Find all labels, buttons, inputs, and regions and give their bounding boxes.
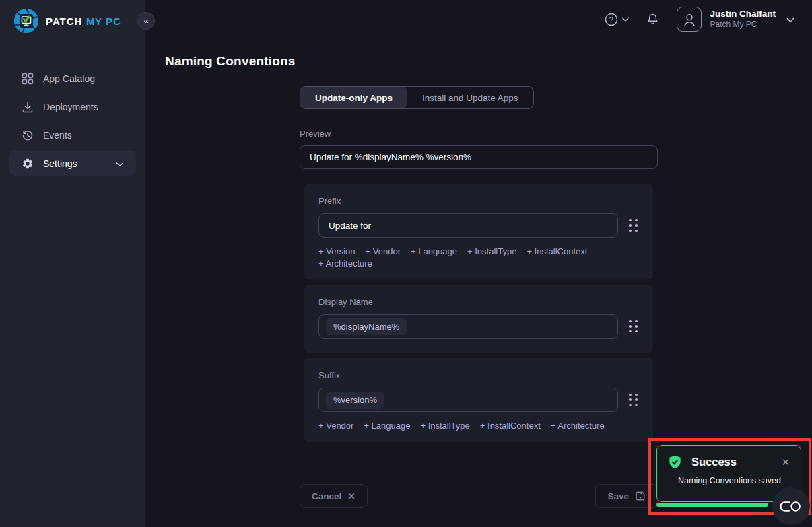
prefix-token-links: + Version + Vendor + Language + InstallT…: [318, 246, 639, 269]
sidebar-item-app-catalog[interactable]: App Catalog: [0, 65, 145, 93]
cancel-button[interactable]: Cancel ✕: [300, 484, 368, 508]
suffix-input[interactable]: %version%: [318, 388, 618, 412]
sidebar-item-deployments[interactable]: Deployments: [0, 93, 145, 121]
add-vendor-link[interactable]: + Vendor: [318, 421, 353, 431]
save-label: Save: [607, 491, 629, 501]
save-icon: [635, 491, 646, 501]
suffix-token-links: + Vendor + Language + InstallType + Inst…: [318, 421, 639, 431]
display-name-label: Display Name: [318, 297, 639, 307]
chevron-down-icon: [116, 158, 124, 169]
sidebar-item-label: Deployments: [43, 102, 98, 112]
tab-group: Update-only Apps Install and Update Apps: [300, 86, 534, 109]
sidebar-item-label: Events: [43, 130, 72, 141]
sidebar-nav: App Catalog Deployments Events Settings: [0, 65, 145, 176]
toast-title: Success: [691, 456, 737, 468]
tab-update-only-apps[interactable]: Update-only Apps: [300, 87, 407, 108]
sidebar-item-label: App Catalog: [43, 73, 95, 84]
close-icon[interactable]: ✕: [779, 456, 792, 468]
display-name-chip[interactable]: %displayName%: [326, 318, 407, 335]
toast-message: Naming Conventions saved: [667, 476, 792, 485]
page-title: Naming Conventions: [165, 54, 812, 69]
suffix-label: Suffix: [318, 370, 639, 380]
add-architecture-link[interactable]: + Architecture: [318, 258, 372, 269]
add-language-link[interactable]: + Language: [364, 421, 410, 431]
add-architecture-link[interactable]: + Architecture: [551, 421, 605, 431]
history-icon: [22, 129, 34, 141]
suffix-card: Suffix %version% + Vendor + Language + I…: [304, 358, 653, 442]
display-name-input[interactable]: %displayName%: [318, 314, 618, 339]
brand-logo[interactable]: PATCH MY PC: [0, 0, 145, 34]
add-installcontext-link[interactable]: + InstallContext: [480, 421, 541, 431]
add-version-link[interactable]: + Version: [318, 246, 356, 256]
drag-handle-icon[interactable]: [628, 218, 639, 234]
brand-wordmark: PATCH MY PC: [46, 15, 121, 27]
drag-handle-icon[interactable]: [628, 392, 639, 408]
add-vendor-link[interactable]: + Vendor: [366, 246, 401, 256]
prefix-card: Prefix Update for + Version + Vendor + L…: [304, 184, 653, 279]
drag-handle-icon[interactable]: [628, 319, 639, 335]
cancel-label: Cancel: [312, 491, 341, 501]
prefix-label: Prefix: [318, 196, 639, 206]
add-installtype-link[interactable]: + InstallType: [467, 246, 516, 256]
link-icon: [780, 501, 802, 512]
prefix-input[interactable]: Update for: [318, 213, 618, 238]
gear-icon: [22, 157, 34, 170]
footer-divider: [300, 464, 658, 464]
close-icon: ✕: [347, 491, 355, 501]
collapse-sidebar-button[interactable]: «: [137, 12, 155, 30]
preview-label: Preview: [300, 129, 658, 139]
shield-check-icon: [667, 454, 683, 470]
grid-icon: [22, 73, 34, 85]
toast-progress-bar: [656, 503, 768, 507]
floating-widget-button[interactable]: [772, 487, 810, 525]
sidebar-item-settings[interactable]: Settings: [9, 151, 136, 176]
suffix-chip[interactable]: %version%: [326, 392, 384, 409]
display-name-card: Display Name %displayName%: [304, 285, 653, 353]
download-icon: [22, 101, 34, 113]
add-installtype-link[interactable]: + InstallType: [420, 421, 469, 431]
sidebar-item-label: Settings: [43, 158, 77, 169]
preview-input[interactable]: Update for %displayName% %version%: [300, 145, 658, 169]
patch-my-pc-logo-icon: [13, 8, 39, 34]
add-language-link[interactable]: + Language: [411, 246, 457, 256]
sidebar: PATCH MY PC App Catalog Deployments: [0, 0, 145, 527]
tab-install-and-update-apps[interactable]: Install and Update Apps: [407, 87, 533, 108]
add-installcontext-link[interactable]: + InstallContext: [527, 246, 587, 256]
sidebar-item-events[interactable]: Events: [0, 121, 145, 149]
